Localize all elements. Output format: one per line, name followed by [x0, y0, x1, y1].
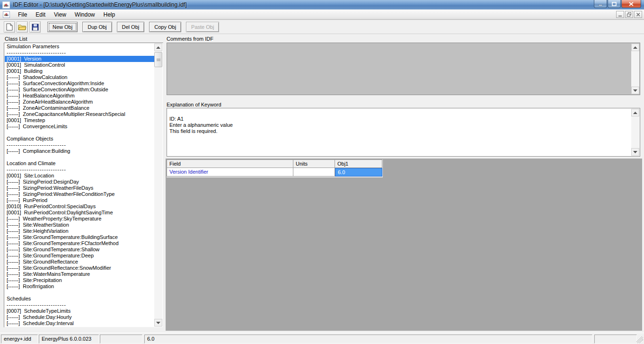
scroll-up-button[interactable]: [154, 44, 162, 51]
class-list-item[interactable]: [------] SurfaceConvectionAlgorithm:Insi…: [5, 80, 154, 87]
explanation-textarea[interactable]: ID: A1 Enter a alphanumeric value This f…: [167, 108, 640, 157]
class-list: Simulation Parameters-------------------…: [5, 44, 154, 326]
explanation-line: This field is required.: [169, 128, 628, 134]
open-file-icon: [18, 24, 26, 30]
class-list-item[interactable]: [------] SizingPeriod:WeatherFileDays: [5, 185, 154, 191]
close-icon: [629, 2, 634, 6]
window-controls: [593, 0, 641, 8]
class-list-item[interactable]: [------] SurfaceConvectionAlgorithm:Outs…: [5, 87, 154, 93]
save-button[interactable]: [29, 21, 41, 33]
window-title: IDF Editor - [D:\study\GettingStartedwit…: [13, 1, 187, 8]
class-list-item[interactable]: [0010] RunPeriodControl:SpecialDays: [5, 203, 154, 210]
mdi-restore-button[interactable]: [625, 11, 633, 18]
class-list-item[interactable]: [------] SizingPeriod:WeatherFileConditi…: [5, 191, 154, 197]
class-list-item[interactable]: [------] ZoneAirHeatBalanceAlgorithm: [5, 99, 154, 105]
menu-edit[interactable]: Edit: [31, 10, 50, 19]
class-list-item[interactable]: [------] Site:GroundTemperature:Building…: [5, 234, 154, 240]
grid-field-cell[interactable]: Version Identifier: [167, 168, 293, 176]
class-list-item[interactable]: [0001] Version: [5, 56, 154, 62]
copy-obj-button[interactable]: Copy Obj: [149, 22, 181, 32]
scroll-down-button[interactable]: [631, 87, 639, 94]
mdi-restore-icon: [627, 12, 631, 17]
scroll-up-button[interactable]: [631, 109, 639, 116]
class-list-item[interactable]: [------] RoofIrrigation: [5, 283, 154, 290]
menu-view[interactable]: View: [50, 10, 71, 19]
class-list-item[interactable]: [------] Schedule:Day:Hourly: [5, 314, 154, 320]
class-list-item[interactable]: [------] Site:GroundReflectance: [5, 259, 154, 265]
scroll-thumb[interactable]: [154, 52, 162, 67]
close-button[interactable]: [621, 0, 641, 8]
minimize-icon: [598, 2, 603, 6]
class-list-item[interactable]: [0007] ScheduleTypeLimits: [5, 308, 154, 314]
class-list-item[interactable]: [------] Site:Precipitation: [5, 277, 154, 283]
class-list-item[interactable]: [------] Compliance:Building: [5, 148, 154, 154]
maximize-button[interactable]: [608, 0, 621, 8]
new-file-icon: [6, 23, 13, 31]
del-obj-button[interactable]: Del Obj: [117, 22, 145, 32]
explanation-line: Enter a alphanumeric value: [169, 122, 628, 128]
class-list-item[interactable]: [0001] Site:Location: [5, 173, 154, 179]
class-list-item[interactable]: [------] SizingPeriod:DesignDay: [5, 179, 154, 185]
class-list-header: Simulation Parameters: [5, 44, 154, 50]
class-list-item[interactable]: [------] Site:WaterMainsTemperature: [5, 271, 154, 277]
dup-obj-button[interactable]: Dup Obj: [82, 22, 112, 32]
class-list-item[interactable]: [------] Site:GroundTemperature:Shallow: [5, 247, 154, 253]
class-list-separator: ---------------------------: [5, 50, 154, 56]
app-icon[interactable]: eEdit: [2, 1, 10, 9]
class-list-item[interactable]: [0001] SimulationControl: [5, 62, 154, 68]
explanation-scrollbar[interactable]: [631, 109, 639, 156]
class-list-item[interactable]: [------] Site:GroundTemperature:Deep: [5, 253, 154, 259]
menu-help[interactable]: Help: [99, 10, 120, 19]
comments-textarea[interactable]: [167, 43, 640, 95]
class-list-item[interactable]: [------] WeatherProperty:SkyTemperature: [5, 216, 154, 222]
grid-column-header[interactable]: Units: [293, 159, 335, 168]
maximize-icon: [612, 2, 617, 6]
object-grid: FieldUnitsObj1Version Identifier6.0: [167, 159, 383, 177]
mdi-minimize-icon: [618, 13, 622, 17]
mdi-minimize-button[interactable]: [616, 11, 624, 18]
mdi-document-icon[interactable]: eEdit: [3, 11, 10, 18]
status-panel-empty: [100, 335, 142, 344]
class-list-scrollbar[interactable]: [154, 44, 162, 326]
class-list-item[interactable]: [0001] Building: [5, 68, 154, 74]
scroll-down-button[interactable]: [154, 319, 162, 326]
class-list-item[interactable]: [------] RunPeriod: [5, 197, 154, 203]
toolbar: New Obj Dup Obj Del Obj Copy Obj Paste O…: [0, 20, 644, 34]
class-list-item[interactable]: [------] ZoneAirContaminantBalance: [5, 105, 154, 111]
class-list-item[interactable]: [------] ShadowCalculation: [5, 74, 154, 80]
class-list-item[interactable]: [------] ZoneCapacitanceMultiplier:Resea…: [5, 111, 154, 117]
scroll-up-button[interactable]: [631, 44, 639, 51]
comments-scrollbar[interactable]: [631, 44, 639, 94]
class-list-item[interactable]: [0001] Timestep: [5, 117, 154, 123]
menu-file[interactable]: File: [14, 10, 31, 19]
class-list-item[interactable]: [------] Site:GroundReflectance:SnowModi…: [5, 265, 154, 271]
open-file-button[interactable]: [17, 21, 28, 33]
class-list-item[interactable]: [------] Site:GroundTemperature:FCfactor…: [5, 240, 154, 247]
new-obj-button[interactable]: New Obj: [47, 22, 78, 32]
grid-column-header[interactable]: Field: [167, 159, 293, 168]
mdi-window-controls: [616, 11, 642, 18]
class-list-item[interactable]: [------] Site:HeightVariation: [5, 228, 154, 234]
resize-grip[interactable]: [636, 336, 643, 343]
class-list-item[interactable]: [------] Schedule:Day:Interval: [5, 320, 154, 326]
save-icon: [32, 24, 39, 31]
grid-value-cell[interactable]: 6.0: [335, 168, 382, 176]
mdi-close-button[interactable]: [634, 11, 642, 18]
class-list-item[interactable]: [------] HeatBalanceAlgorithm: [5, 93, 154, 99]
class-list-blank: [5, 154, 154, 160]
arrow-down-icon: [156, 322, 160, 324]
grid-units-cell[interactable]: [293, 168, 335, 176]
class-list-header: Location and Climate: [5, 160, 154, 167]
new-file-button[interactable]: [4, 21, 15, 33]
grid-column-header[interactable]: Obj1: [335, 159, 382, 168]
class-listbox[interactable]: Simulation Parameters-------------------…: [4, 43, 163, 327]
status-cell-value: 6.0: [144, 335, 592, 344]
class-list-item[interactable]: [0001] RunPeriodControl:DaylightSavingTi…: [5, 210, 154, 216]
minimize-button[interactable]: [594, 0, 607, 8]
class-list-label: Class List: [5, 36, 27, 42]
scroll-down-button[interactable]: [631, 148, 639, 156]
menu-window[interactable]: Window: [71, 10, 99, 19]
class-list-item[interactable]: [------] ConvergenceLimits: [5, 123, 154, 130]
mdi-close-icon: [636, 13, 640, 17]
class-list-item[interactable]: [------] Site:WeatherStation: [5, 222, 154, 228]
